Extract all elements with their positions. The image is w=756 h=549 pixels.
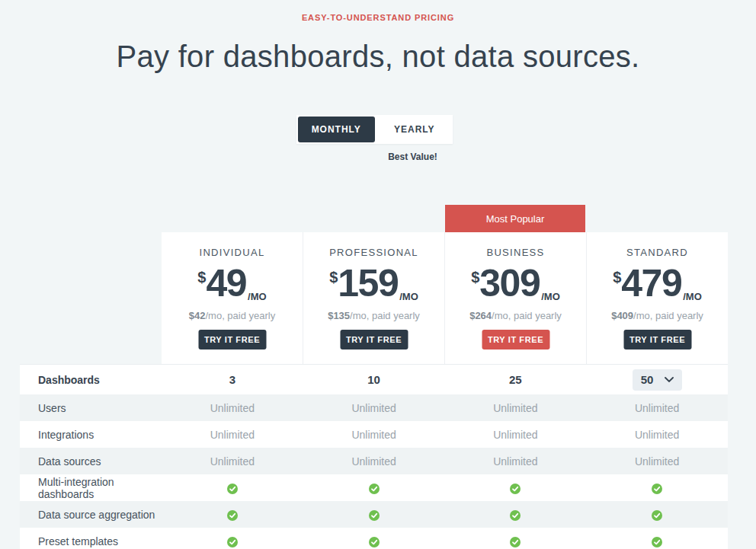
feature-value: 10 — [303, 373, 445, 386]
price-period: /MO — [399, 291, 418, 302]
feature-value — [586, 508, 728, 520]
feature-value: Unlimited — [303, 429, 445, 441]
price-amount: 309 — [479, 265, 540, 302]
page-title: Pay for dashboards, not data sources. — [0, 40, 756, 74]
yearly-toggle-button[interactable]: YEARLY — [376, 115, 453, 144]
feature-value — [162, 481, 303, 493]
feature-value — [303, 535, 445, 547]
currency-symbol: $ — [329, 269, 338, 286]
price-period: /MO — [541, 291, 560, 302]
plan-name: PROFESSIONAL — [303, 247, 444, 258]
plan-name: BUSINESS — [445, 247, 586, 258]
feature-value: Unlimited — [586, 429, 728, 441]
chevron-down-icon — [665, 377, 674, 382]
feature-value — [445, 535, 587, 547]
table-row-integrations: Integrations Unlimited Unlimited Unlimit… — [20, 421, 728, 448]
feature-value: Unlimited — [162, 402, 303, 414]
check-icon — [652, 510, 662, 521]
currency-symbol: $ — [613, 269, 621, 286]
try-it-free-button[interactable]: TRY IT FREE — [482, 330, 549, 350]
try-it-free-button[interactable]: TRY IT FREE — [623, 330, 691, 350]
feature-value: Unlimited — [445, 429, 587, 441]
table-row-data-source-aggregation: Data source aggregation — [20, 501, 728, 528]
table-row-users: Users Unlimited Unlimited Unlimited Unli… — [20, 394, 728, 421]
yearly-price-note: $264/mo, paid yearly — [445, 310, 586, 321]
currency-symbol: $ — [471, 269, 479, 286]
plan-name: INDIVIDUAL — [162, 247, 303, 258]
feature-label: Data source aggregation — [20, 509, 162, 521]
price-period: /MO — [683, 291, 702, 302]
feature-value: Unlimited — [445, 402, 587, 414]
plan-name: STANDARD — [587, 247, 728, 258]
feature-value — [586, 481, 728, 493]
pricing-cards: INDIVIDUAL $ 49 /MO $42/mo, paid yearly … — [162, 232, 728, 364]
plan-card-standard: STANDARD $ 479 /MO $409/mo, paid yearly … — [586, 232, 728, 364]
plan-card-business: BUSINESS $ 309 /MO $264/mo, paid yearly … — [444, 232, 586, 364]
feature-value: Unlimited — [445, 455, 587, 468]
plan-price: $ 479 /MO — [587, 265, 728, 308]
price-amount: 49 — [206, 265, 246, 302]
feature-value: Unlimited — [303, 455, 445, 468]
feature-value — [162, 508, 303, 520]
plan-price: $ 309 /MO — [445, 265, 586, 308]
price-amount: 159 — [338, 265, 398, 302]
feature-value: Unlimited — [303, 402, 445, 414]
eyebrow-label: EASY-TO-UNDERSTAND PRICING — [0, 13, 756, 22]
check-icon — [227, 484, 238, 494]
feature-label: Dashboards — [20, 374, 162, 386]
feature-label: Preset templates — [20, 535, 162, 547]
plan-price: $ 49 /MO — [162, 265, 303, 308]
monthly-toggle-button[interactable]: MONTHLY — [296, 115, 376, 144]
feature-value: 3 — [162, 373, 303, 386]
price-period: /MO — [248, 291, 267, 302]
check-icon — [652, 537, 662, 547]
check-icon — [369, 510, 380, 521]
try-it-free-button[interactable]: TRY IT FREE — [340, 330, 408, 350]
yearly-price-note: $409/mo, paid yearly — [587, 310, 728, 321]
feature-value — [445, 481, 587, 493]
feature-value — [586, 535, 728, 547]
check-icon — [510, 537, 521, 547]
table-row-data-sources: Data sources Unlimited Unlimited Unlimit… — [20, 448, 728, 474]
feature-label: Data sources — [20, 455, 162, 468]
feature-value — [445, 508, 587, 520]
feature-value — [303, 508, 445, 520]
feature-value: 50 — [586, 369, 728, 391]
check-icon — [227, 537, 238, 547]
check-icon — [369, 484, 380, 494]
plan-card-professional: PROFESSIONAL $ 159 /MO $135/mo, paid yea… — [303, 232, 444, 364]
plan-price: $ 159 /MO — [303, 265, 444, 308]
table-row-preset-templates: Preset templates — [20, 528, 728, 549]
table-row-multi-integration-dashboards: Multi-integration dashboards — [20, 474, 728, 501]
feature-value: Unlimited — [162, 455, 303, 468]
dashboards-count-select[interactable]: 50 — [633, 369, 682, 391]
feature-value — [303, 481, 445, 493]
try-it-free-button[interactable]: TRY IT FREE — [198, 330, 266, 350]
most-popular-badge: Most Popular — [445, 205, 585, 232]
feature-label: Integrations — [20, 429, 162, 441]
feature-value — [162, 535, 303, 547]
billing-toggle: MONTHLY YEARLY — [296, 115, 453, 144]
check-icon — [227, 510, 238, 521]
feature-value: 25 — [445, 373, 587, 386]
price-amount: 479 — [621, 265, 681, 302]
currency-symbol: $ — [197, 269, 206, 286]
plan-card-individual: INDIVIDUAL $ 49 /MO $42/mo, paid yearly … — [162, 232, 303, 364]
yearly-price-note: $42/mo, paid yearly — [162, 310, 303, 321]
check-icon — [510, 484, 521, 494]
check-icon — [652, 484, 662, 494]
check-icon — [369, 537, 380, 547]
feature-label: Multi-integration dashboards — [20, 476, 162, 500]
yearly-price-note: $135/mo, paid yearly — [303, 310, 444, 321]
feature-value: Unlimited — [586, 402, 728, 414]
feature-value: Unlimited — [586, 455, 728, 468]
feature-value: Unlimited — [162, 429, 303, 441]
check-icon — [510, 510, 521, 521]
feature-comparison-table: Dashboards 3 10 25 50 Users Unlimited Un… — [20, 364, 728, 549]
table-row-dashboards: Dashboards 3 10 25 50 — [20, 365, 728, 394]
pricing-page: EASY-TO-UNDERSTAND PRICING Pay for dashb… — [0, 0, 756, 549]
best-value-note: Best Value! — [373, 152, 453, 162]
feature-label: Users — [20, 402, 162, 414]
